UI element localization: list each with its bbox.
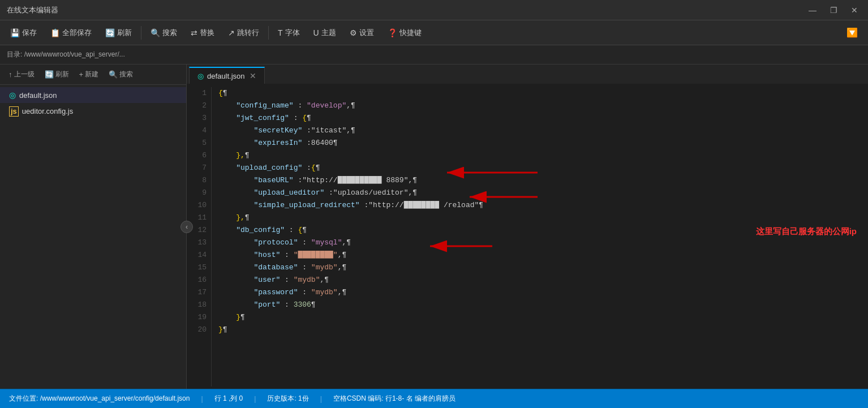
code-line: },¶ <box>218 149 861 162</box>
separator-1 <box>141 26 141 40</box>
search-icon: 🔍 <box>151 28 160 37</box>
code-line: {¶ <box>218 87 861 100</box>
sidebar-refresh-icon: 🔄 <box>45 70 54 79</box>
save-button[interactable]: 💾 保存 <box>5 25 42 41</box>
sidebar-refresh-button[interactable]: 🔄 刷新 <box>41 68 73 81</box>
tab-bar: ◎ default.json ✕ <box>187 65 868 85</box>
replace-button[interactable]: ⇄ 替换 <box>185 25 220 41</box>
code-line: "db_config" : {¶ <box>218 224 861 237</box>
code-editor[interactable]: 1234567891011121314151617181920 {¶ "conf… <box>187 85 868 389</box>
sidebar-file-list: ◎ default.json js ueditor.config.js <box>0 85 186 389</box>
code-line: "port" : 3306¶ <box>218 299 861 311</box>
file-name-ueditor-js: ueditor.config.js <box>22 107 73 115</box>
sidebar-new-button[interactable]: + 新建 <box>75 68 103 81</box>
code-line: "simple_upload_redirect" :"http://██████… <box>218 199 861 212</box>
maximize-button[interactable]: ❐ <box>827 5 841 16</box>
breadcrumb-bar: 目录: /www/wwwroot/vue_api_server/... <box>0 45 868 65</box>
status-encoding: 空格CSDN 编码: 行1-8- 名 编者的肩膀员 <box>333 394 456 403</box>
title-bar-left: 在线文本编辑器 <box>7 5 58 15</box>
font-button[interactable]: T 字体 <box>272 25 306 41</box>
replace-icon: ⇄ <box>191 28 197 37</box>
code-line: "baseURL" :"http://██████████ 8889",¶ <box>218 174 861 187</box>
font-icon: T <box>278 28 283 37</box>
shortcuts-button[interactable]: ❓ 快捷键 <box>382 25 427 41</box>
line-numbers: 1234567891011121314151617181920 <box>187 87 212 386</box>
editor-area: ◎ default.json ✕ 12345678910111213141516… <box>187 65 868 389</box>
save-all-button[interactable]: 📋 全部保存 <box>45 25 97 41</box>
goto-icon: ↗ <box>228 28 235 37</box>
search-button[interactable]: 🔍 搜索 <box>145 25 183 41</box>
js-icon: js <box>9 106 19 117</box>
toolbar-expand-button[interactable]: 🔽 <box>841 25 863 40</box>
breadcrumb-path: 目录: /www/wwwroot/vue_api_server/... <box>7 50 125 59</box>
minimize-button[interactable]: — <box>805 5 820 16</box>
sidebar-collapse-button[interactable]: ‹ <box>181 221 193 233</box>
toolbar: 💾 保存 📋 全部保存 🔄 刷新 🔍 搜索 ⇄ 替换 ↗ 跳转行 T 字体 U … <box>0 20 868 45</box>
code-line: "upload_config" :{¶ <box>218 162 861 174</box>
theme-icon: U <box>313 28 319 37</box>
status-sep-1: | <box>201 395 203 403</box>
tab-label: default.json <box>207 72 245 80</box>
save-icon: 💾 <box>10 28 20 37</box>
file-name-default-json: default.json <box>19 91 57 100</box>
code-line: "config_name" : "develop",¶ <box>218 100 861 112</box>
goto-button[interactable]: ↗ 跳转行 <box>222 25 265 41</box>
code-line: "password" : "mydb",¶ <box>218 286 861 299</box>
sidebar-search-button[interactable]: 🔍 搜索 <box>105 68 137 81</box>
status-sep-2: | <box>254 395 256 403</box>
code-line: "expiresIn" :86400¶ <box>218 137 861 149</box>
tab-default-json[interactable]: ◎ default.json ✕ <box>189 67 265 84</box>
code-line: "upload_ueditor" :"uploads/ueditor",¶ <box>218 187 861 199</box>
code-line: "jwt_config" : {¶ <box>218 112 861 124</box>
file-item-ueditor-js[interactable]: js ueditor.config.js <box>0 103 186 120</box>
sidebar-toolbar: ↑ 上一级 🔄 刷新 + 新建 🔍 搜索 <box>0 65 186 85</box>
shortcuts-icon: ❓ <box>388 28 397 37</box>
up-icon: ↑ <box>8 70 12 79</box>
sidebar-search-icon: 🔍 <box>109 70 118 79</box>
sidebar-up-button[interactable]: ↑ 上一级 <box>5 68 38 81</box>
code-line: "secretKey" :"itcast",¶ <box>218 124 861 137</box>
status-bar: 文件位置: /www/wwwroot/vue_api_server/config… <box>0 389 868 408</box>
tab-close-button[interactable]: ✕ <box>250 71 256 80</box>
main-area: ↑ 上一级 🔄 刷新 + 新建 🔍 搜索 ◎ default.json js <box>0 65 868 389</box>
new-icon: + <box>79 70 84 79</box>
settings-button[interactable]: ⚙ 设置 <box>344 25 380 41</box>
settings-icon: ⚙ <box>350 28 357 37</box>
status-sep-3: | <box>320 395 322 403</box>
code-line: "protocol" : "mysql",¶ <box>218 237 861 249</box>
save-all-icon: 📋 <box>50 28 60 37</box>
title-bar: 在线文本编辑器 — ❐ ✕ <box>0 0 868 20</box>
json-icon: ◎ <box>9 91 16 100</box>
status-history: 历史版本: 1份 <box>267 394 308 403</box>
refresh-button[interactable]: 🔄 刷新 <box>100 25 137 41</box>
sidebar: ↑ 上一级 🔄 刷新 + 新建 🔍 搜索 ◎ default.json js <box>0 65 187 389</box>
close-button[interactable]: ✕ <box>848 5 861 16</box>
title-bar-controls: — ❐ ✕ <box>805 5 861 16</box>
title-text: 在线文本编辑器 <box>7 5 58 15</box>
code-content: 1234567891011121314151617181920 {¶ "conf… <box>187 87 868 386</box>
file-item-default-json[interactable]: ◎ default.json <box>0 87 186 103</box>
refresh-icon: 🔄 <box>105 28 115 37</box>
code-lines[interactable]: {¶ "config_name" : "develop",¶ "jwt_conf… <box>212 87 868 386</box>
separator-2 <box>268 26 269 40</box>
code-line: "user" : "mydb",¶ <box>218 274 861 286</box>
code-line: }¶ <box>218 311 861 324</box>
code-line: }¶ <box>218 324 861 336</box>
status-filepath: 文件位置: /www/wwwroot/vue_api_server/config… <box>9 394 190 403</box>
code-line: "host" : "████████",¶ <box>218 249 861 261</box>
tab-json-icon: ◎ <box>197 72 204 80</box>
code-line: },¶ <box>218 212 861 224</box>
theme-button[interactable]: U 主题 <box>308 25 342 41</box>
status-cursor: 行 1 ,列 0 <box>214 394 243 403</box>
code-line: "database" : "mydb",¶ <box>218 261 861 274</box>
